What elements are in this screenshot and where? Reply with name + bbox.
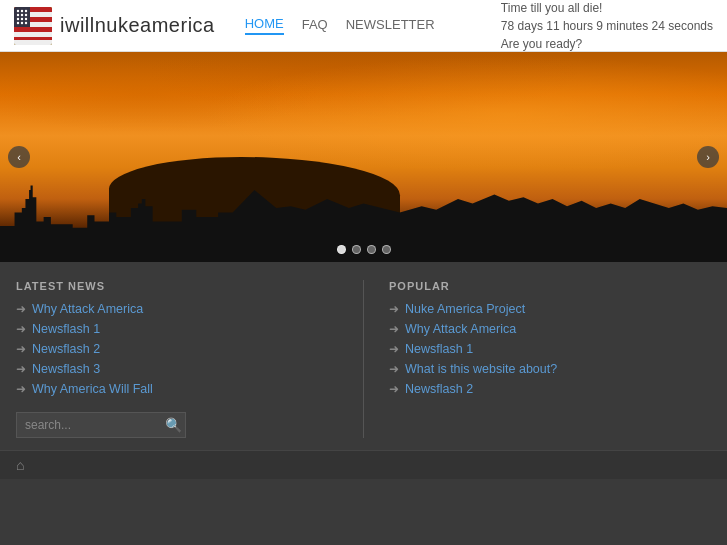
svg-rect-5 — [14, 27, 52, 32]
arrow-icon: ➜ — [389, 382, 399, 396]
news-link-2[interactable]: Newsflash 1 — [32, 322, 100, 336]
search-button[interactable]: 🔍 — [157, 413, 190, 437]
logo-image — [14, 7, 52, 45]
svg-point-15 — [25, 13, 27, 15]
left-column: LATEST NEWS ➜ Why Attack America ➜ Newsf… — [16, 280, 338, 438]
svg-point-21 — [25, 21, 27, 23]
svg-point-20 — [21, 21, 23, 23]
arrow-icon: ➜ — [16, 302, 26, 316]
svg-point-12 — [25, 9, 27, 11]
svg-point-14 — [21, 13, 23, 15]
column-divider — [363, 280, 364, 438]
arrow-icon: ➜ — [16, 362, 26, 376]
arrow-icon: ➜ — [16, 322, 26, 336]
popular-link-1[interactable]: Nuke America Project — [405, 302, 525, 316]
svg-rect-6 — [14, 32, 52, 37]
latest-news-title: LATEST NEWS — [16, 280, 338, 292]
arrow-icon: ➜ — [389, 362, 399, 376]
arrow-icon: ➜ — [389, 322, 399, 336]
right-column: POPULAR ➜ Nuke America Project ➜ Why Att… — [389, 280, 711, 438]
hero-section: ‹ › — [0, 52, 727, 262]
svg-point-19 — [17, 21, 19, 23]
arrow-icon: ➜ — [16, 342, 26, 356]
countdown-line3: Are you ready? — [501, 35, 713, 53]
nav-faq[interactable]: FAQ — [302, 17, 328, 34]
main-nav: HOME FAQ NEWSLETTER — [245, 16, 435, 35]
svg-point-11 — [21, 9, 23, 11]
list-item: ➜ Newsflash 3 — [16, 362, 338, 376]
search-area: 🔍 — [16, 412, 186, 438]
hero-next-button[interactable]: › — [697, 146, 719, 168]
latest-news-list: ➜ Why Attack America ➜ Newsflash 1 ➜ New… — [16, 302, 338, 396]
hero-dot-3[interactable] — [367, 245, 376, 254]
popular-title: POPULAR — [389, 280, 711, 292]
hero-prev-button[interactable]: ‹ — [8, 146, 30, 168]
site-title: iwillnukeamerica — [60, 14, 215, 37]
list-item: ➜ Nuke America Project — [389, 302, 711, 316]
logo-area: iwillnukeamerica — [14, 7, 215, 45]
popular-link-4[interactable]: What is this website about? — [405, 362, 557, 376]
list-item: ➜ Why Attack America — [389, 322, 711, 336]
hero-image — [0, 52, 727, 262]
hero-dot-2[interactable] — [352, 245, 361, 254]
popular-link-5[interactable]: Newsflash 2 — [405, 382, 473, 396]
content-area: LATEST NEWS ➜ Why Attack America ➜ Newsf… — [0, 262, 727, 450]
popular-link-3[interactable]: Newsflash 1 — [405, 342, 473, 356]
popular-list: ➜ Nuke America Project ➜ Why Attack Amer… — [389, 302, 711, 396]
arrow-icon: ➜ — [16, 382, 26, 396]
svg-point-18 — [25, 17, 27, 19]
arrow-icon: ➜ — [389, 342, 399, 356]
svg-point-16 — [17, 17, 19, 19]
home-icon[interactable]: ⌂ — [16, 457, 24, 473]
svg-point-17 — [21, 17, 23, 19]
svg-rect-8 — [14, 40, 52, 45]
news-link-3[interactable]: Newsflash 2 — [32, 342, 100, 356]
countdown-area: Time till you all die! 78 days 11 hours … — [501, 0, 713, 53]
list-item: ➜ Why America Will Fall — [16, 382, 338, 396]
footer-bar: ⌂ — [0, 450, 727, 479]
logo-svg — [14, 7, 52, 45]
svg-point-10 — [17, 9, 19, 11]
news-link-5[interactable]: Why America Will Fall — [32, 382, 153, 396]
list-item: ➜ Newsflash 1 — [16, 322, 338, 336]
list-item: ➜ Why Attack America — [16, 302, 338, 316]
nav-newsletter[interactable]: NEWSLETTER — [346, 17, 435, 34]
hero-dots — [337, 245, 391, 254]
list-item: ➜ Newsflash 2 — [16, 342, 338, 356]
nav-home[interactable]: HOME — [245, 16, 284, 35]
svg-point-13 — [17, 13, 19, 15]
list-item: ➜ Newsflash 1 — [389, 342, 711, 356]
arrow-icon: ➜ — [389, 302, 399, 316]
list-item: ➜ Newsflash 2 — [389, 382, 711, 396]
list-item: ➜ What is this website about? — [389, 362, 711, 376]
news-link-4[interactable]: Newsflash 3 — [32, 362, 100, 376]
hero-dot-4[interactable] — [382, 245, 391, 254]
hero-dot-1[interactable] — [337, 245, 346, 254]
countdown-line1: Time till you all die! — [501, 0, 713, 17]
news-link-1[interactable]: Why Attack America — [32, 302, 143, 316]
countdown-line2: 78 days 11 hours 9 minutes 24 seconds — [501, 17, 713, 35]
site-header: iwillnukeamerica HOME FAQ NEWSLETTER Tim… — [0, 0, 727, 52]
popular-link-2[interactable]: Why Attack America — [405, 322, 516, 336]
search-input[interactable] — [17, 413, 157, 437]
